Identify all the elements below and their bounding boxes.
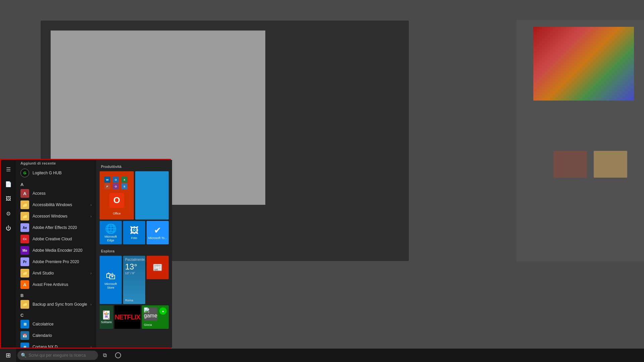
premiere-label: Adobe Premiere Pro 2020 bbox=[33, 259, 92, 264]
recent-item-logitech[interactable]: G Logitech G HUB bbox=[16, 167, 96, 179]
tile-todo[interactable]: ✔ Microsoft To... bbox=[147, 221, 169, 244]
todo-tile-label: Microsoft To... bbox=[148, 236, 167, 240]
start-button[interactable]: ⊞ bbox=[0, 349, 16, 362]
accessori-label: Accessori Windows bbox=[33, 214, 91, 219]
logitech-icon: G bbox=[20, 169, 29, 177]
tile-foto[interactable]: 🖼 Foto bbox=[123, 221, 145, 244]
start-menu-main: ☰ 📄 🖼 ⚙ ⏻ Aggiunti di recente G Logitech… bbox=[1, 160, 172, 348]
expand-icon-3: › bbox=[91, 272, 92, 275]
side-icons-panel: ☰ 📄 🖼 ⚙ ⏻ bbox=[1, 160, 16, 348]
esplora-title: Esplora bbox=[100, 249, 169, 253]
tile-office[interactable]: W O X P O S O Office bbox=[100, 171, 134, 220]
recent-section-title: Aggiunti di recente bbox=[16, 160, 96, 167]
app-item-backup[interactable]: 📁 Backup and Sync from Google › bbox=[16, 299, 96, 310]
store-tile-label: Microsoft Store bbox=[101, 282, 120, 290]
avast-label: Avast Free Antivirus bbox=[33, 282, 92, 287]
alpha-b: B bbox=[16, 290, 96, 299]
media-encoder-label: Adobe Media Encoder 2020 bbox=[33, 248, 92, 253]
tile-xbox[interactable]: 🎮 ● Gioca bbox=[142, 305, 169, 329]
backup-icon: 📁 bbox=[20, 300, 29, 309]
accessori-icon: 📁 bbox=[20, 212, 29, 221]
tile-weather[interactable]: Parzialmente... 13° 13° / 9° Roma bbox=[123, 256, 145, 304]
app-item-cortana[interactable]: ⊞ Cortana NX D... › bbox=[16, 341, 96, 348]
xbox-tile-label: Gioca bbox=[144, 323, 152, 327]
bg-thumb-2 bbox=[594, 151, 627, 178]
expand-icon-4: › bbox=[91, 303, 92, 306]
cortana-icon: ⊞ bbox=[20, 343, 29, 348]
settings-icon[interactable]: ⚙ bbox=[2, 207, 15, 220]
calendario-icon: 📅 bbox=[20, 331, 29, 340]
app-item-calcolatrice[interactable]: ⊞ Calcolatrice bbox=[16, 318, 96, 330]
office-tile-label: Office bbox=[104, 212, 129, 216]
produttivita-title: Produttività bbox=[100, 165, 169, 169]
logitech-label: Logitech G HUB bbox=[33, 171, 62, 175]
anvil-icon: 📁 bbox=[20, 269, 29, 278]
app-item-media-encoder[interactable]: Me Adobe Media Encoder 2020 bbox=[16, 245, 96, 256]
app-item-calendario[interactable]: 📅 Calendario bbox=[16, 330, 96, 341]
app-item-anvil[interactable]: 📁 Anvil Studio › bbox=[16, 267, 96, 279]
document-icon[interactable]: 📄 bbox=[2, 177, 15, 191]
tile-solitaire[interactable]: 🃏 Solitaire bbox=[100, 305, 113, 329]
after-effects-icon: Ae bbox=[20, 223, 29, 232]
app-item-accessibilita[interactable]: 📁 Accessibilità Windows › bbox=[16, 199, 96, 210]
app-item-after-effects[interactable]: Ae Adobe After Effects 2020 bbox=[16, 222, 96, 233]
hamburger-button[interactable]: ☰ bbox=[2, 163, 15, 176]
premiere-icon: Pr bbox=[20, 257, 29, 266]
anvil-label: Anvil Studio bbox=[33, 271, 91, 276]
edge-tile-label: Microsoft Edge bbox=[101, 235, 120, 242]
taskbar: ⊞ 🔍 ⧉ bbox=[0, 349, 644, 362]
image-icon[interactable]: 🖼 bbox=[2, 192, 15, 205]
expand-icon: › bbox=[91, 203, 92, 207]
tiles-panel: Produttività W O X P O S bbox=[96, 160, 172, 348]
start-menu-wrapper: ☰ 📄 🖼 ⚙ ⏻ Aggiunti di recente G Logitech… bbox=[0, 159, 171, 349]
media-encoder-icon: Me bbox=[20, 246, 29, 255]
solitaire-tile-label: Solitaire bbox=[101, 320, 112, 324]
search-bar[interactable]: 🔍 bbox=[17, 351, 98, 360]
avast-icon: A bbox=[20, 280, 29, 289]
after-effects-label: Adobe After Effects 2020 bbox=[33, 225, 92, 230]
app-list-panel: Aggiunti di recente G Logitech G HUB A A… bbox=[16, 160, 96, 348]
access-icon: A bbox=[20, 189, 29, 198]
task-view-button[interactable]: ⧉ bbox=[98, 349, 111, 362]
app-item-access[interactable]: A Access bbox=[16, 188, 96, 199]
tile-netflix[interactable]: NETFLIX bbox=[114, 305, 141, 329]
app-item-avast[interactable]: A Avast Free Antivirus bbox=[16, 279, 96, 290]
cortana-taskbar-button[interactable] bbox=[111, 349, 125, 362]
calcolatrice-icon: ⊞ bbox=[20, 320, 29, 328]
app-item-premiere[interactable]: Pr Adobe Premiere Pro 2020 bbox=[16, 256, 96, 267]
alpha-c: C bbox=[16, 310, 96, 318]
tile-blue-wide[interactable] bbox=[135, 171, 169, 220]
accessibilita-icon: 📁 bbox=[20, 200, 29, 209]
creative-cloud-icon: Cc bbox=[20, 235, 29, 243]
bg-thumb-1 bbox=[553, 151, 587, 178]
access-label: Access bbox=[33, 191, 92, 196]
xbox-game-icon bbox=[144, 307, 157, 321]
calcolatrice-label: Calcolatrice bbox=[33, 322, 92, 326]
alpha-a: A bbox=[16, 179, 96, 188]
foto-tile-label: Foto bbox=[131, 236, 137, 240]
tile-news[interactable]: 📰 bbox=[147, 256, 169, 279]
tile-store[interactable]: 🛍 Microsoft Store bbox=[100, 256, 122, 304]
backup-label: Backup and Sync from Google bbox=[33, 302, 91, 307]
netflix-label: NETFLIX bbox=[115, 313, 140, 321]
background-thumbnails bbox=[553, 151, 627, 178]
search-input[interactable] bbox=[29, 353, 89, 358]
power-icon[interactable]: ⏻ bbox=[2, 222, 15, 235]
expand-icon-2: › bbox=[91, 215, 92, 218]
tile-edge[interactable]: 🌐 Microsoft Edge bbox=[100, 221, 122, 244]
app-item-creative-cloud[interactable]: Cc Adobe Creative Cloud bbox=[16, 233, 96, 245]
cortana-label: Cortana NX D... bbox=[33, 345, 91, 348]
expand-icon-5: › bbox=[91, 345, 92, 348]
app-item-accessori[interactable]: 📁 Accessori Windows › bbox=[16, 210, 96, 222]
start-menu: ☰ 📄 🖼 ⚙ ⏻ Aggiunti di recente G Logitech… bbox=[1, 160, 172, 348]
creative-cloud-label: Adobe Creative Cloud bbox=[33, 237, 92, 241]
accessibilita-label: Accessibilità Windows bbox=[33, 202, 91, 207]
background-color-swatch bbox=[533, 27, 634, 101]
calendario-label: Calendario bbox=[33, 333, 92, 338]
